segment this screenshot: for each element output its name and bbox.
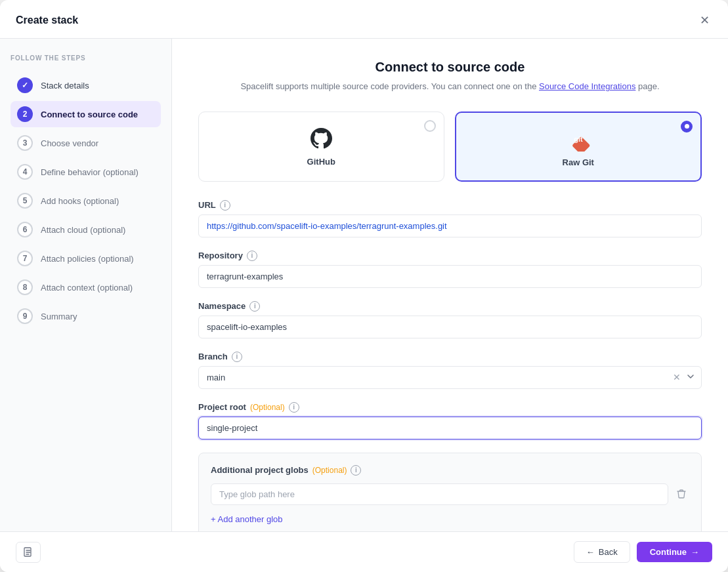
project-root-optional: (Optional) xyxy=(250,403,285,412)
source-code-integrations-link[interactable]: Source Code Integrations xyxy=(539,81,635,91)
step-label-7: Attach policies (optional) xyxy=(41,254,134,264)
repository-info-icon[interactable]: i xyxy=(247,251,257,261)
step-label-5: Add hooks (optional) xyxy=(41,196,119,206)
sidebar-item-attach-policies[interactable]: 7 Attach policies (optional) xyxy=(11,245,161,272)
continue-label: Continue xyxy=(650,547,687,557)
step-circle-6: 6 xyxy=(17,222,33,237)
close-button[interactable]: ✕ xyxy=(697,12,712,29)
globs-info-icon[interactable]: i xyxy=(351,465,361,476)
step-circle-9: 9 xyxy=(17,308,33,324)
provider-cards: GitHub git Raw Git xyxy=(198,112,702,182)
namespace-input[interactable] xyxy=(198,316,702,338)
step-circle-5: 5 xyxy=(17,193,33,209)
rawgit-provider-name: Raw Git xyxy=(563,157,594,167)
step-label-9: Summary xyxy=(41,312,77,321)
subtitle-suffix: page. xyxy=(638,81,660,91)
url-info-icon[interactable]: i xyxy=(220,200,230,211)
main-content: Connect to source code Spacelift support… xyxy=(172,39,728,531)
close-icon: ✕ xyxy=(700,14,710,27)
branch-clear-button[interactable]: ✕ xyxy=(672,371,682,384)
page-subtitle: Spacelift supports multiple source code … xyxy=(198,80,702,93)
step-label-1: Stack details xyxy=(41,81,89,91)
step-circle-7: 7 xyxy=(17,251,33,266)
globs-label: Additional project globs (Optional) i xyxy=(211,465,689,476)
step-label-2: Connect to source code xyxy=(41,110,138,119)
documentation-button[interactable] xyxy=(16,542,41,563)
page-title: Connect to source code xyxy=(198,60,702,75)
github-provider-name: GitHub xyxy=(307,157,335,167)
step-circle-3: 3 xyxy=(17,135,33,151)
sidebar-item-connect-source[interactable]: 2 Connect to source code xyxy=(11,101,161,127)
github-radio xyxy=(424,120,436,132)
rawgit-radio xyxy=(681,121,693,133)
sidebar-item-attach-context[interactable]: 8 Attach context (optional) xyxy=(11,274,161,300)
step-circle-4: 4 xyxy=(17,164,33,180)
provider-card-rawgit[interactable]: git Raw Git xyxy=(455,112,702,182)
sidebar-item-attach-cloud[interactable]: 6 Attach cloud (optional) xyxy=(11,216,161,243)
repository-input[interactable] xyxy=(198,265,702,288)
branch-controls: ✕ xyxy=(672,371,696,384)
rawgit-icon: git xyxy=(565,126,591,152)
sidebar-item-define-behavior[interactable]: 4 Define behavior (optional) xyxy=(11,159,161,185)
subtitle-text: Spacelift supports multiple source code … xyxy=(240,81,536,91)
glob-input-1[interactable] xyxy=(211,483,668,505)
branch-field-group: Branch i ✕ xyxy=(198,352,702,389)
modal-body: FOLLOW THE STEPS ✓ Stack details 2 Conne… xyxy=(0,39,728,531)
project-root-label: Project root (Optional) i xyxy=(198,402,702,413)
url-input[interactable] xyxy=(198,214,702,237)
globs-section: Additional project globs (Optional) i + … xyxy=(198,453,702,532)
branch-input-wrapper: ✕ xyxy=(198,366,702,389)
url-label: URL i xyxy=(198,200,702,211)
repository-label: Repository i xyxy=(198,251,702,261)
step-label-8: Attach context (optional) xyxy=(41,283,133,293)
repository-field-group: Repository i xyxy=(198,251,702,288)
svg-text:git: git xyxy=(574,135,583,143)
namespace-label: Namespace i xyxy=(198,301,702,312)
modal-title: Create stack xyxy=(16,14,78,26)
branch-dropdown-button[interactable] xyxy=(685,371,696,384)
back-button[interactable]: ← Back xyxy=(574,541,630,563)
sidebar-item-add-hooks[interactable]: 5 Add hooks (optional) xyxy=(11,188,161,214)
github-icon xyxy=(308,125,334,152)
continue-button[interactable]: Continue → xyxy=(637,542,712,562)
step-circle-1: ✓ xyxy=(17,77,33,93)
globs-optional: (Optional) xyxy=(312,466,347,475)
branch-input[interactable] xyxy=(198,366,702,389)
step-label-6: Attach cloud (optional) xyxy=(41,225,125,235)
branch-info-icon[interactable]: i xyxy=(232,352,242,362)
project-root-info-icon[interactable]: i xyxy=(289,402,299,413)
glob-delete-button-1[interactable] xyxy=(674,486,689,502)
step-circle-2: 2 xyxy=(17,106,33,122)
step-label-3: Choose vendor xyxy=(41,138,98,148)
branch-label: Branch i xyxy=(198,352,702,362)
sidebar-item-summary[interactable]: 9 Summary xyxy=(11,303,161,329)
continue-arrow-icon: → xyxy=(691,547,699,557)
modal-header: Create stack ✕ xyxy=(0,0,728,39)
sidebar-item-choose-vendor[interactable]: 3 Choose vendor xyxy=(11,130,161,156)
step-circle-8: 8 xyxy=(17,279,33,295)
footer-left xyxy=(16,542,41,563)
back-arrow-icon: ← xyxy=(586,547,595,557)
namespace-field-group: Namespace i xyxy=(198,301,702,338)
step-label-4: Define behavior (optional) xyxy=(41,167,139,177)
footer-right: ← Back Continue → xyxy=(574,541,712,563)
project-root-input[interactable] xyxy=(198,417,702,439)
add-glob-button[interactable]: + Add another glob xyxy=(211,512,283,527)
sidebar: FOLLOW THE STEPS ✓ Stack details 2 Conne… xyxy=(0,39,172,531)
url-field-group: URL i xyxy=(198,200,702,237)
step-list: ✓ Stack details 2 Connect to source code… xyxy=(11,72,161,329)
sidebar-item-stack-details[interactable]: ✓ Stack details xyxy=(11,72,161,98)
namespace-info-icon[interactable]: i xyxy=(249,301,260,312)
back-label: Back xyxy=(599,547,618,557)
provider-card-github[interactable]: GitHub xyxy=(198,112,444,182)
glob-row-1 xyxy=(211,483,689,505)
sidebar-section-label: FOLLOW THE STEPS xyxy=(11,54,161,62)
create-stack-modal: Create stack ✕ FOLLOW THE STEPS ✓ Stack … xyxy=(0,0,728,572)
modal-footer: ← Back Continue → xyxy=(0,531,728,572)
project-root-field-group: Project root (Optional) i xyxy=(198,402,702,439)
